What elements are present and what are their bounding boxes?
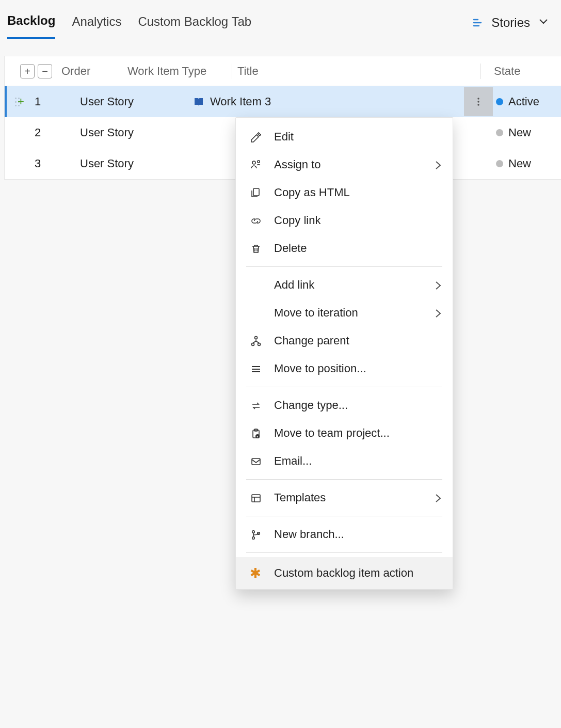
menu-item-edit[interactable]: Edit (236, 123, 453, 151)
backlog-level-selector[interactable]: Stories (472, 15, 554, 38)
row-actions-button[interactable] (464, 87, 493, 116)
cell-state: Active (508, 95, 539, 108)
column-header-state[interactable]: State (494, 65, 561, 78)
backlog-level-label: Stories (491, 15, 530, 30)
tab-backlog[interactable]: Backlog (7, 13, 55, 39)
cell-order: 2 (33, 126, 80, 139)
cell-order: 3 (33, 157, 80, 170)
menu-item-assign-to[interactable]: Assign to (236, 151, 453, 179)
cell-work-item-type: User Story (80, 126, 188, 139)
cell-state: New (508, 157, 531, 170)
chevron-right-icon (432, 159, 442, 170)
expand-all-button[interactable]: + (20, 64, 35, 78)
view-tabs: Backlog Analytics Custom Backlog Tab Sto… (0, 0, 561, 43)
cell-state: New (508, 126, 531, 139)
state-indicator-icon (496, 129, 503, 136)
column-header-order[interactable]: Order (61, 65, 127, 78)
grid-header: + − Order Work Item Type Title State (5, 56, 561, 86)
add-child-icon[interactable]: + (18, 95, 24, 108)
chevron-down-icon (537, 15, 550, 30)
cell-order: 1 (33, 95, 80, 108)
tab-analytics[interactable]: Analytics (72, 14, 121, 38)
cell-work-item-type: User Story (80, 95, 188, 108)
backlog-levels-icon (472, 17, 484, 29)
menu-item-copy-as-html[interactable]: Copy as HTML (236, 179, 453, 180)
state-indicator-icon (496, 98, 503, 105)
table-row[interactable]: + 1 User Story Work Item 3 Active (5, 86, 561, 117)
tab-custom-backlog[interactable]: Custom Backlog Tab (138, 14, 251, 38)
column-header-title[interactable]: Title (232, 65, 480, 78)
state-indicator-icon (496, 160, 503, 167)
column-header-work-item-type[interactable]: Work Item Type (127, 65, 237, 78)
cell-title[interactable]: Work Item 3 (210, 95, 271, 108)
cell-work-item-type: User Story (80, 157, 188, 170)
work-item-context-menu: Edit Assign to Copy as HTML Copy link De… (235, 117, 453, 180)
collapse-all-button[interactable]: − (38, 64, 52, 78)
pencil-icon (248, 131, 263, 143)
user-story-icon (193, 96, 205, 107)
assign-icon (248, 159, 263, 170)
